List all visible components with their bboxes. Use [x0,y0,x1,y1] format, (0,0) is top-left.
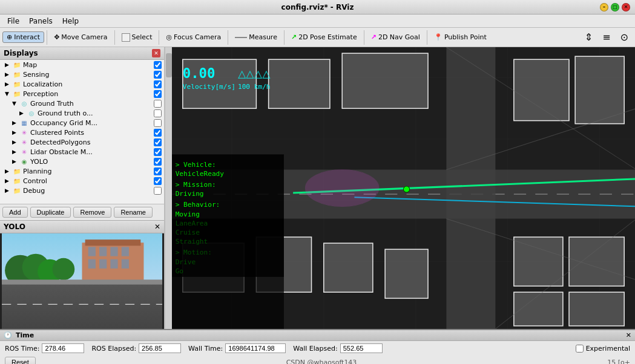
move-camera-button[interactable]: ✥ Move Camera [50,31,111,43]
toolbar-separator-1 [47,30,47,45]
remove-button[interactable]: Remove [73,207,111,218]
svg-rect-40 [514,237,563,286]
left-panel-scrollbar[interactable] [165,47,172,329]
svg-rect-2 [85,239,141,245]
tree-item-polygons[interactable]: ▶ ✳ DetectedPolygons [0,137,164,147]
icon-yolo: ◉ [19,157,29,166]
tree-arrow-clustered[interactable]: ▶ [12,129,19,135]
folder-icon-localization: 📁 [12,80,22,88]
scrollbar-thumb[interactable] [166,53,172,77]
window-title: config.rviz* - RViz [281,3,354,11]
displays-tree[interactable]: ▶ 📁 Map ▶ 📁 Sensing ▶ 📁 [0,60,164,204]
svg-rect-39 [385,249,428,298]
tree-label-ground-truth: Ground Truth [30,100,154,108]
wall-time-input[interactable] [225,343,286,353]
menu-help[interactable]: Help [58,16,84,27]
svg-rect-9 [110,259,117,268]
tree-check-sensing[interactable] [154,71,162,79]
tree-item-ground-truth[interactable]: ▼ ◎ Ground Truth [0,99,164,108]
pose-estimate-button[interactable]: ↗ 2D Pose Estimate [287,31,361,43]
ros-time-label: ROS Time: [5,345,39,353]
toolbar-separator-5 [284,30,285,45]
tree-arrow-ground-truth[interactable]: ▼ [12,100,19,106]
tree-item-yolo[interactable]: ▶ ◉ YOLO [0,157,164,166]
extra-icon-3[interactable]: ⊙ [616,30,633,45]
tree-check-lidar[interactable] [154,148,162,156]
tree-check-ground-truth[interactable] [154,100,162,108]
tree-item-ground-truth-sub[interactable]: ▶ ◎ Ground truth o... [0,108,164,118]
menu-panels[interactable]: Panels [24,16,58,27]
wall-elapsed-input[interactable] [340,343,383,353]
interact-button[interactable]: ⊕ Interact [2,31,44,43]
tree-item-clustered[interactable]: ▶ ✳ Clustered Points [0,128,164,137]
tree-check-occupancy[interactable] [154,119,162,127]
tree-item-map[interactable]: ▶ 📁 Map [0,60,164,70]
tree-arrow-map[interactable]: ▶ [5,62,12,68]
tree-check-map[interactable] [154,61,162,69]
extra-icon-2[interactable]: ≡ [598,30,614,45]
3d-viewport[interactable]: > Vehicle: VehicleReady > Mission: Drivi… [172,47,635,329]
experimental-checkbox[interactable] [576,345,584,353]
publish-point-button[interactable]: 📍 Publish Point [430,31,491,43]
tree-arrow-lidar[interactable]: ▶ [12,149,19,155]
tree-check-gt-sub[interactable] [154,109,162,117]
tree-arrow-perception[interactable]: ▼ [5,91,12,97]
menu-file[interactable]: File [2,16,24,27]
tree-check-polygons[interactable] [154,138,162,146]
yolo-image [0,233,164,329]
interact-icon: ⊕ [7,33,12,41]
svg-point-50 [305,170,379,207]
tree-arrow-debug[interactable]: ▶ [5,187,12,193]
ros-elapsed-input[interactable] [139,343,181,353]
svg-rect-17 [2,279,162,284]
extra-icon-1[interactable]: ⇕ [581,30,597,45]
tree-arrow-sensing[interactable]: ▶ [5,71,12,77]
tree-label-map: Map [23,61,154,69]
tree-check-control[interactable] [154,177,162,185]
svg-text:Driving: Driving [176,190,204,198]
tree-arrow-occupancy[interactable]: ▶ [12,120,19,126]
tree-arrow-gt-sub[interactable]: ▶ [19,110,27,116]
tree-arrow-polygons[interactable]: ▶ [12,139,19,145]
add-button[interactable]: Add [2,207,28,218]
icon-clustered: ✳ [19,128,29,137]
wall-time-label: Wall Time: [188,345,223,353]
ros-elapsed-field: ROS Elapsed: [91,343,181,353]
svg-rect-32 [269,59,330,108]
tree-item-occupancy[interactable]: ▶ ▦ Occupancy Grid M... [0,118,164,128]
measure-button[interactable]: Measure [231,31,281,43]
displays-close-button[interactable]: ✕ [152,49,160,57]
tree-arrow-yolo[interactable]: ▶ [12,158,19,164]
maximize-button[interactable]: □ [611,3,619,11]
reset-button[interactable]: Reset [5,357,36,364]
time-close-button[interactable]: ✕ [626,331,631,339]
tree-check-perception[interactable] [154,90,162,98]
tree-item-debug[interactable]: ▶ 📁 Debug [0,186,164,195]
folder-icon-map: 📁 [12,60,22,69]
focus-camera-button[interactable]: ◎ Focus Camera [162,31,225,43]
tree-item-localization[interactable]: ▶ 📁 Localization [0,79,164,89]
tree-arrow-control[interactable]: ▶ [5,178,12,184]
tree-check-debug[interactable] [154,187,162,195]
minimize-button[interactable]: – [600,3,608,11]
main-content: Displays ✕ ▶ 📁 Map ▶ 📁 Sensing [0,47,635,329]
rename-button[interactable]: Rename [114,207,153,218]
tree-arrow-localization[interactable]: ▶ [5,81,12,87]
tree-check-yolo[interactable] [154,158,162,166]
duplicate-button[interactable]: Duplicate [30,207,71,218]
tree-check-clustered[interactable] [154,129,162,137]
close-button[interactable]: ✕ [622,3,630,11]
tree-item-lidar[interactable]: ▶ ✳ Lidar Obstacle M... [0,147,164,157]
tree-check-planning[interactable] [154,167,162,175]
tree-item-perception[interactable]: ▼ 📁 Perception [0,89,164,99]
ros-time-input[interactable] [42,343,84,353]
tree-label-sensing: Sensing [23,71,154,79]
tree-item-sensing[interactable]: ▶ 📁 Sensing [0,70,164,79]
yolo-close-button[interactable]: ✕ [154,223,160,231]
tree-item-planning[interactable]: ▶ 📁 Planning [0,166,164,176]
select-button[interactable]: Select [117,31,157,44]
tree-arrow-planning[interactable]: ▶ [5,168,12,174]
tree-item-control[interactable]: ▶ 📁 Control [0,176,164,186]
nav-goal-button[interactable]: ↗ 2D Nav Goal [367,31,424,43]
tree-check-localization[interactable] [154,80,162,88]
